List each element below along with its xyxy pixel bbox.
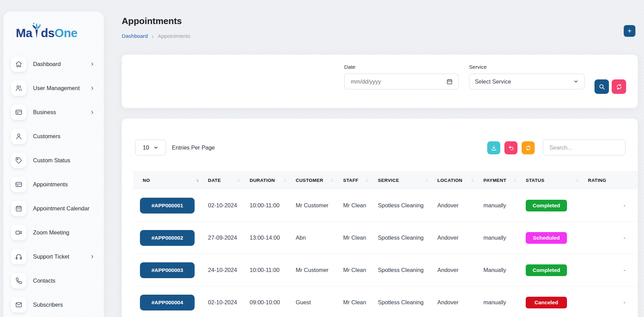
cell-duration: 10:00-11:00 <box>244 189 290 222</box>
reload-button[interactable] <box>522 141 535 154</box>
add-appointment-button[interactable]: + <box>624 25 635 37</box>
breadcrumb-dashboard-link[interactable]: Dashboard <box>122 33 148 39</box>
table-body: #APP00000102-10-202410:00-11:00Mr Custom… <box>133 189 638 317</box>
page-title: Appointments <box>122 16 182 26</box>
service-select-value: Select Service <box>475 78 511 85</box>
sidebar-item-zoom-meeting[interactable]: Zoom Meeting <box>11 220 101 244</box>
column-header-service[interactable]: SERVICE↑↓ <box>372 171 432 189</box>
sidebar-item-label: User Management <box>33 85 80 91</box>
sidebar-item-appointments[interactable]: Appointments <box>11 172 101 196</box>
user-icon <box>11 129 26 144</box>
cell-duration: 13:00-14:00 <box>244 222 290 254</box>
export-button[interactable] <box>487 141 500 154</box>
appointments-table: NO↑↓DATE↑↓DURATION↑↓CUSTOMER↑↓STAFF↑↓SER… <box>133 171 638 317</box>
download-icon <box>491 145 497 151</box>
cell-location: Andover <box>432 189 478 222</box>
cell-customer: Mr Customer <box>290 254 338 286</box>
column-header-status[interactable]: STATUS↑↓ <box>520 171 582 189</box>
sidebar-item-custom-status[interactable]: Custom Status <box>11 148 101 172</box>
sort-icon: ↑↓ <box>471 178 473 183</box>
cell-staff: Mr Clean <box>338 189 372 222</box>
sort-icon: ↑↓ <box>576 178 578 183</box>
sort-icon: ↑↓ <box>425 178 427 183</box>
appointment-no-badge[interactable]: #APP000002 <box>140 230 195 246</box>
sort-icon: ↑↓ <box>513 178 516 183</box>
date-filter-group: Date <box>344 64 459 89</box>
appointment-no-badge[interactable]: #APP000001 <box>140 198 195 214</box>
appointment-no-badge[interactable]: #APP000003 <box>140 262 195 278</box>
column-label: RATING <box>588 178 606 183</box>
appointments-table-card: 10 Entries Per Page <box>122 119 638 317</box>
column-header-date[interactable]: DATE↑↓ <box>203 171 244 189</box>
chevron-right-icon <box>90 62 95 67</box>
entries-per-page-select[interactable]: 10 <box>135 140 166 155</box>
cell-location: Andover <box>432 222 478 254</box>
column-label: NO <box>143 178 150 183</box>
headphones-icon <box>11 249 26 264</box>
sidebar-item-label: Zoom Meeting <box>33 229 69 236</box>
column-header-no[interactable]: NO↑↓ <box>133 171 203 189</box>
column-header-location[interactable]: LOCATION↑↓ <box>432 171 478 189</box>
entries-per-page-value: 10 <box>143 144 149 151</box>
column-header-rating[interactable]: RATING <box>582 171 638 189</box>
filter-search-button[interactable] <box>594 79 609 94</box>
cell-service: Spotless Cleaning <box>372 254 432 286</box>
sidebar-item-label: Business <box>33 109 56 116</box>
sidebar-item-customers[interactable]: Customers <box>11 124 101 148</box>
table-search-input[interactable] <box>543 140 625 155</box>
cell-date: 02-10-2024 <box>203 286 244 317</box>
column-label: DATE <box>208 178 221 183</box>
cell-date: 02-10-2024 <box>203 189 244 222</box>
sidebar-item-label: Contacts <box>33 277 55 284</box>
appointment-no-badge[interactable]: #APP000004 <box>140 295 195 310</box>
sidebar-item-label: Customers <box>33 133 61 140</box>
column-label: STATUS <box>526 178 544 183</box>
sidebar-menu: DashboardUser ManagementBusinessCustomer… <box>11 52 101 317</box>
credit-card-icon <box>11 177 26 192</box>
chevron-right-icon <box>90 86 95 91</box>
date-input-field[interactable] <box>350 78 446 85</box>
page: Ma ds One DashboardUser ManagementBusine… <box>0 0 644 317</box>
date-input[interactable] <box>344 74 459 89</box>
credit-card-icon <box>11 105 26 120</box>
sidebar-item-dashboard[interactable]: Dashboard <box>11 52 101 76</box>
cell-location: Andover <box>432 254 478 286</box>
cell-payment: Manually <box>478 254 520 286</box>
service-select[interactable]: Select Service <box>469 74 585 89</box>
calendar-picker-icon[interactable] <box>446 78 453 85</box>
column-label: LOCATION <box>437 178 462 183</box>
sidebar-item-support-ticket[interactable]: Support Ticket <box>11 244 101 269</box>
column-header-payment[interactable]: PAYMENT↑↓ <box>478 171 520 189</box>
column-header-duration[interactable]: DURATION↑↓ <box>244 171 290 189</box>
cell-payment: manually <box>478 189 520 222</box>
app-logo[interactable]: Ma ds One <box>16 15 77 39</box>
breadcrumb-separator-icon: › <box>152 33 154 39</box>
mail-icon <box>11 297 26 313</box>
sidebar-item-label: Support Ticket <box>33 253 69 260</box>
sidebar-item-label: Appointments <box>33 181 68 188</box>
table-row: #APP00000402-10-202409:00-10:00GuestMr C… <box>133 286 638 317</box>
column-header-customer[interactable]: CUSTOMER↑↓ <box>290 171 338 189</box>
sidebar-item-subscribers[interactable]: Subscribers <box>11 293 101 317</box>
cell-staff: Mr Clean <box>338 222 372 254</box>
phone-icon <box>11 273 26 288</box>
status-badge: Completed <box>526 200 567 211</box>
filter-card: Date Service Select Service <box>122 55 638 108</box>
calendar-icon <box>11 201 26 216</box>
sidebar-item-appointment-calendar[interactable]: Appointment Calendar <box>11 196 101 220</box>
sidebar-item-contacts[interactable]: Contacts <box>11 269 101 293</box>
sidebar-item-business[interactable]: Business <box>11 100 101 124</box>
cell-payment: manually <box>478 286 520 317</box>
undo-button[interactable] <box>504 141 517 154</box>
search-icon <box>599 84 605 90</box>
filter-reset-button[interactable] <box>612 79 626 94</box>
breadcrumb-current: Appointments <box>158 33 190 39</box>
sort-icon: ↑↓ <box>283 178 286 183</box>
cell-date: 27-09-2024 <box>203 222 244 254</box>
column-header-staff[interactable]: STAFF↑↓ <box>338 171 372 189</box>
cell-rating: - <box>582 222 638 254</box>
column-label: SERVICE <box>378 178 399 183</box>
sidebar-item-user-management[interactable]: User Management <box>11 76 101 100</box>
users-icon <box>11 80 26 96</box>
chevron-right-icon <box>90 254 95 259</box>
